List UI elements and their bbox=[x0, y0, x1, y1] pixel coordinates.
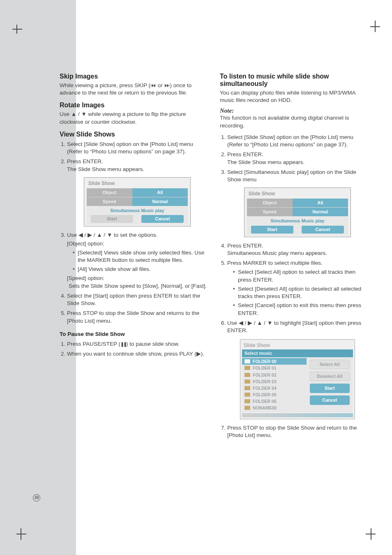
list-item: Select [Simultaneous Music play] option … bbox=[227, 169, 368, 237]
folder-label: FOLDER 03 bbox=[253, 379, 277, 384]
heading-view-slide-shows: View Slide Shows bbox=[60, 131, 208, 138]
list-item: Use ◀ / ▶ / ▲ / ▼ to highlight [Start] o… bbox=[227, 319, 368, 419]
list-item: Press ENTER. The Slide Show menu appears… bbox=[67, 158, 208, 227]
list-item: Press STOP to stop the Slide Show and re… bbox=[227, 424, 368, 439]
folder-icon bbox=[244, 373, 250, 377]
crop-mark-top-left bbox=[16, 25, 25, 34]
folder-icon bbox=[244, 393, 250, 397]
select-music-subtitle: Select music bbox=[242, 349, 353, 357]
page-number: 38 bbox=[33, 494, 40, 502]
dialog-title: Slide Show bbox=[87, 180, 188, 187]
folder-item[interactable]: NONAME00 bbox=[242, 405, 307, 411]
crop-mark-bottom-right bbox=[366, 534, 376, 534]
page-content: Skip Images While viewing a picture, pre… bbox=[60, 68, 376, 442]
object-value[interactable]: All bbox=[293, 199, 348, 207]
down-icon: ▼ bbox=[81, 111, 86, 117]
list-item: Press PAUSE/STEP (❚❚) to pause slide sho… bbox=[67, 340, 208, 348]
folder-item[interactable]: FOLDER 05 bbox=[242, 391, 307, 398]
skip-images-text: While viewing a picture, press SKIP (⏮ o… bbox=[60, 82, 208, 97]
folder-icon bbox=[244, 386, 250, 390]
note-label: Note: bbox=[220, 107, 368, 114]
folder-icon bbox=[244, 406, 250, 410]
list-item: Press STOP to stop the Slide Show and re… bbox=[67, 310, 208, 324]
note-text: This function is not available during di… bbox=[220, 114, 368, 129]
crop-mark-top-right bbox=[375, 21, 376, 32]
list-item: When you want to continue slide show, pr… bbox=[67, 350, 208, 358]
folder-item[interactable]: FOLDER 01 bbox=[242, 365, 307, 371]
object-option-label: [Object] option: bbox=[67, 240, 208, 247]
folder-item[interactable]: FOLDER 02 bbox=[242, 372, 307, 378]
rotate-images-text: Use ▲ / ▼ while viewing a picture to fli… bbox=[60, 111, 208, 125]
list-item: Select [Slide Show] option on the [Photo… bbox=[67, 141, 208, 155]
skip-prev-icon: ⏮ bbox=[150, 82, 156, 88]
speed-option-label: [Speed] option: bbox=[67, 275, 208, 282]
select-all-button[interactable]: Select All bbox=[310, 360, 350, 369]
list-item: Press ENTER. The Slide Show menu appears… bbox=[227, 151, 368, 166]
object-value[interactable]: All bbox=[132, 188, 188, 197]
folder-icon bbox=[244, 359, 250, 363]
right-column: To listen to music while slide show simu… bbox=[220, 68, 368, 442]
cancel-button[interactable]: Cancel bbox=[141, 215, 184, 223]
start-button[interactable]: Start bbox=[251, 226, 293, 234]
object-label: Object bbox=[247, 199, 293, 207]
heading-rotate-images: Rotate Images bbox=[60, 102, 208, 109]
start-button[interactable]: Start bbox=[310, 384, 350, 393]
dialog-title: Slide Show bbox=[242, 341, 353, 349]
folder-icon bbox=[244, 399, 250, 403]
listen-steps: Select [Slide Show] option on the [Photo… bbox=[220, 134, 368, 439]
slide-show-dialog: Slide Show Object All Speed Normal Simul… bbox=[84, 177, 191, 227]
folder-icon bbox=[244, 366, 250, 370]
cancel-button[interactable]: Cancel bbox=[310, 395, 350, 405]
folder-label: FOLDER 00 bbox=[253, 358, 277, 364]
simultaneous-music-label[interactable]: Simultaneous Music play bbox=[87, 206, 188, 215]
dialog-footer-bar bbox=[242, 413, 353, 417]
start-button[interactable]: Start bbox=[91, 215, 133, 223]
skip-next-icon: ⏭ bbox=[164, 82, 170, 88]
listen-music-text: You can display photo files while listen… bbox=[220, 89, 368, 104]
list-item: Press MARKER to select multiple files. S… bbox=[227, 259, 368, 317]
pause-icon: ❚❚ bbox=[120, 342, 126, 347]
list-item: [All] Views slide show all files. bbox=[73, 266, 208, 273]
simultaneous-music-label[interactable]: Simultaneous Music play bbox=[247, 216, 348, 225]
list-item: Use ◀ / ▶ / ▲ / ▼ to set the options. [O… bbox=[67, 231, 208, 290]
speed-label: Speed bbox=[87, 197, 132, 206]
folder-label: FOLDER 02 bbox=[253, 372, 277, 378]
folder-label: FOLDER 06 bbox=[253, 398, 277, 404]
folder-item[interactable]: FOLDER 00 bbox=[242, 358, 307, 365]
folder-item[interactable]: FOLDER 06 bbox=[242, 398, 307, 405]
view-slide-steps: Select [Slide Show] option on the [Photo… bbox=[60, 141, 208, 325]
folder-label: FOLDER 04 bbox=[253, 385, 277, 391]
slide-show-dialog-2: Slide Show Object All Speed Normal Simul… bbox=[244, 187, 351, 237]
folder-icon bbox=[244, 379, 250, 384]
speed-option-text: Sets the Slide Show speed to [Slow], [No… bbox=[67, 282, 208, 290]
folder-item[interactable]: FOLDER 04 bbox=[242, 385, 307, 391]
folder-label: NONAME00 bbox=[253, 405, 277, 411]
cancel-button[interactable]: Cancel bbox=[302, 226, 344, 234]
heading-listen-music: To listen to music while slide show simu… bbox=[220, 73, 368, 88]
heading-skip-images: Skip Images bbox=[60, 73, 208, 80]
list-item: Select the [Start] option then press ENT… bbox=[67, 292, 208, 307]
play-icon: ▶ bbox=[196, 351, 201, 357]
up-icon: ▲ bbox=[71, 111, 76, 117]
list-item: Press ENTER. Simultaneous Music play men… bbox=[227, 242, 368, 257]
list-item: Select [Slide Show] option on the [Photo… bbox=[227, 134, 368, 148]
folder-list: FOLDER 00FOLDER 01FOLDER 02FOLDER 03FOLD… bbox=[242, 357, 307, 412]
dialog-title: Slide Show bbox=[247, 190, 348, 197]
left-column: Skip Images While viewing a picture, pre… bbox=[60, 68, 208, 442]
list-item: Select [Cancel] option to exit this menu… bbox=[233, 302, 368, 317]
folder-label: FOLDER 01 bbox=[253, 365, 277, 371]
speed-value[interactable]: Normal bbox=[132, 197, 188, 206]
list-item: [Selected] Views slide show only selecte… bbox=[73, 249, 208, 264]
speed-value[interactable]: Normal bbox=[293, 208, 348, 216]
select-music-dialog: Slide Show Select music FOLDER 00FOLDER … bbox=[240, 339, 355, 419]
crop-mark-bottom-left bbox=[16, 534, 26, 534]
pause-steps: Press PAUSE/STEP (❚❚) to pause slide sho… bbox=[60, 340, 208, 358]
deselect-all-button[interactable]: Deselect All bbox=[310, 372, 350, 381]
list-item: Select [Select All] option to select all… bbox=[233, 268, 368, 283]
speed-label: Speed bbox=[247, 208, 293, 216]
folder-item[interactable]: FOLDER 03 bbox=[242, 378, 307, 385]
heading-pause-slide-show: To Pause the Slide Show bbox=[60, 331, 208, 338]
folder-label: FOLDER 05 bbox=[253, 392, 277, 398]
list-item: Select [Deselect All] option to deselect… bbox=[233, 285, 368, 300]
object-label: Object bbox=[87, 188, 132, 197]
